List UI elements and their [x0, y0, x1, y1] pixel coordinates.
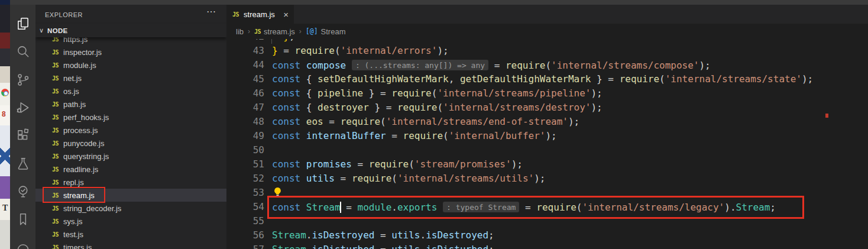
- code-line-49[interactable]: 49const internalBuffer = require('intern…: [226, 129, 868, 143]
- js-file-icon: JS: [254, 28, 261, 35]
- title-bar: [10, 0, 868, 5]
- symbol-class-icon: [@]: [306, 27, 318, 35]
- line-number: 53: [226, 186, 264, 200]
- js-file-icon: JS: [52, 166, 59, 173]
- js-file-icon: JS: [52, 192, 59, 199]
- chevron-down-icon: ∨: [39, 27, 44, 34]
- line-number: 49: [226, 129, 264, 143]
- file-row-inspector-js[interactable]: JSinspector.js: [35, 46, 226, 59]
- line-number: 56: [226, 228, 264, 242]
- js-file-icon: JS: [52, 75, 59, 82]
- js-file-icon: JS: [52, 114, 59, 121]
- desktop-x-logo: [0, 141, 10, 172]
- explorer-icon[interactable]: [10, 12, 35, 35]
- file-row-punycode-js[interactable]: JSpunycode.js: [35, 137, 226, 150]
- file-label: stream.js: [63, 191, 95, 200]
- code-text: Stream.isDisturbed = utils.isDisturbed;: [272, 242, 494, 249]
- file-label: string_decoder.js: [63, 204, 121, 213]
- file-row-querystring-js[interactable]: JSquerystring.js: [35, 150, 226, 163]
- file-row-repl-js[interactable]: JSrepl.js: [35, 176, 226, 189]
- vscode-window: 8 T EXPLORER ⋯ JShttps.jsJSinspector.jsJ…: [0, 0, 868, 249]
- tab-stream-js[interactable]: JS stream.js ×: [226, 5, 294, 24]
- code-line-51[interactable]: 51const promises = require('stream/promi…: [226, 157, 868, 172]
- code-line-48[interactable]: 48const eos = require('internal/streams/…: [226, 115, 868, 129]
- breadcrumb-item-lib[interactable]: lib: [236, 27, 244, 36]
- code-line-42[interactable]: 42 },: [226, 39, 868, 44]
- file-row-stream-js[interactable]: JSstream.js: [35, 189, 226, 202]
- js-file-icon: JS: [52, 49, 59, 56]
- code-line-50[interactable]: 50: [226, 143, 868, 157]
- explorer-more-actions-icon[interactable]: ⋯: [206, 6, 216, 17]
- file-label: test.js: [63, 230, 83, 239]
- line-number: 55: [226, 214, 264, 228]
- lightbulb-icon[interactable]: [273, 187, 283, 198]
- code-line-54[interactable]: 54const Stream = module.exports : typeof…: [226, 200, 868, 214]
- breadcrumb: lib›JSstream.js›[@]Stream: [226, 24, 868, 39]
- js-file-icon: JS: [52, 179, 59, 186]
- js-file-icon: JS: [52, 101, 59, 108]
- code-line-47[interactable]: 47const { destroyer } = require('interna…: [226, 101, 868, 115]
- bookmarks-icon[interactable]: [10, 208, 35, 231]
- file-row-path-js[interactable]: JSpath.js: [35, 98, 226, 111]
- file-row-net-js[interactable]: JSnet.js: [35, 72, 226, 85]
- line-number: 44: [226, 58, 264, 72]
- code-text: Stream.isDestroyed = utils.isDestroyed;: [272, 228, 494, 242]
- tab-label: stream.js: [244, 10, 275, 19]
- file-row-test-js[interactable]: JStest.js: [35, 228, 226, 241]
- testing-icon[interactable]: [10, 152, 35, 176]
- breadcrumb-separator: ›: [248, 27, 250, 35]
- breadcrumb-item-stream-js[interactable]: JSstream.js: [254, 27, 295, 36]
- file-row-module-js[interactable]: JSmodule.js: [35, 59, 226, 72]
- code-line-56[interactable]: 56Stream.isDestroyed = utils.isDestroyed…: [226, 228, 868, 242]
- folder-section-node[interactable]: ∨ NODE: [35, 24, 226, 37]
- source-control-icon[interactable]: [10, 68, 35, 92]
- code-text: } = require('internal/errors');: [272, 44, 449, 58]
- code-line-43[interactable]: 43} = require('internal/errors');: [226, 44, 868, 58]
- explorer-sidebar: EXPLORER ⋯ JShttps.jsJSinspector.jsJSmod…: [35, 5, 226, 249]
- code-text: const { destroyer } = require('internal/…: [272, 101, 603, 115]
- tab-bar: JS stream.js ×: [226, 5, 868, 24]
- run-and-debug-icon[interactable]: [10, 96, 35, 119]
- code-line-52[interactable]: 52const utils = require('internal/stream…: [226, 172, 868, 186]
- file-row-perf_hooks-js[interactable]: JSperf_hooks.js: [35, 111, 226, 124]
- code-line-55[interactable]: 55: [226, 214, 868, 228]
- line-number: 45: [226, 72, 264, 86]
- breadcrumb-label: Stream: [321, 27, 346, 36]
- bottom-circle-icon[interactable]: [10, 235, 35, 249]
- code-line-57[interactable]: 57Stream.isDisturbed = utils.isDisturbed…: [226, 242, 868, 249]
- desktop-background-sliver: 8 T: [0, 0, 10, 249]
- todo-tree-icon[interactable]: [10, 180, 35, 203]
- file-label: perf_hooks.js: [63, 113, 109, 122]
- tab-close-icon[interactable]: ×: [283, 9, 289, 20]
- file-label: repl.js: [63, 178, 84, 187]
- breadcrumb-item-Stream[interactable]: [@]Stream: [306, 27, 346, 36]
- file-row-os-js[interactable]: JSos.js: [35, 85, 226, 98]
- extensions-icon[interactable]: [10, 124, 35, 147]
- code-line-44[interactable]: 44const compose : (...streams: any[]) =>…: [226, 58, 868, 72]
- code-line-53[interactable]: 53: [226, 186, 868, 200]
- file-row-timers-js[interactable]: JStimers.js: [35, 241, 226, 249]
- file-row-readline-js[interactable]: JSreadline.js: [35, 163, 226, 176]
- line-number: 50: [226, 143, 264, 157]
- code-text: const internalBuffer = require('internal…: [272, 129, 557, 143]
- file-row-string_decoder-js[interactable]: JSstring_decoder.js: [35, 202, 226, 215]
- js-file-icon: JS: [52, 153, 59, 160]
- editor-group: JS stream.js × lib›JSstream.js›[@]Stream…: [226, 5, 868, 249]
- code-text: const utils = require('internal/streams/…: [272, 172, 545, 186]
- search-icon[interactable]: [10, 40, 35, 63]
- code-editor[interactable]: 42 },43} = require('internal/errors');44…: [226, 39, 868, 249]
- line-number: 54: [226, 200, 264, 214]
- code-text: const { setDefaultHighWaterMark, getDefa…: [272, 72, 813, 86]
- file-label: os.js: [63, 87, 79, 96]
- code-line-45[interactable]: 45const { setDefaultHighWaterMark, getDe…: [226, 72, 868, 86]
- js-file-icon: JS: [52, 88, 59, 95]
- line-number: 43: [226, 44, 264, 58]
- file-row-sys-js[interactable]: JSsys.js: [35, 215, 226, 228]
- file-row-process-js[interactable]: JSprocess.js: [35, 124, 226, 137]
- breadcrumb-separator: ›: [299, 27, 302, 35]
- js-file-icon: JS: [232, 11, 239, 18]
- file-label: inspector.js: [63, 48, 102, 57]
- code-line-46[interactable]: 46const { pipeline } = require('internal…: [226, 86, 868, 101]
- desktop-glyph: 8: [2, 110, 6, 118]
- desktop-glyph: T: [2, 203, 8, 213]
